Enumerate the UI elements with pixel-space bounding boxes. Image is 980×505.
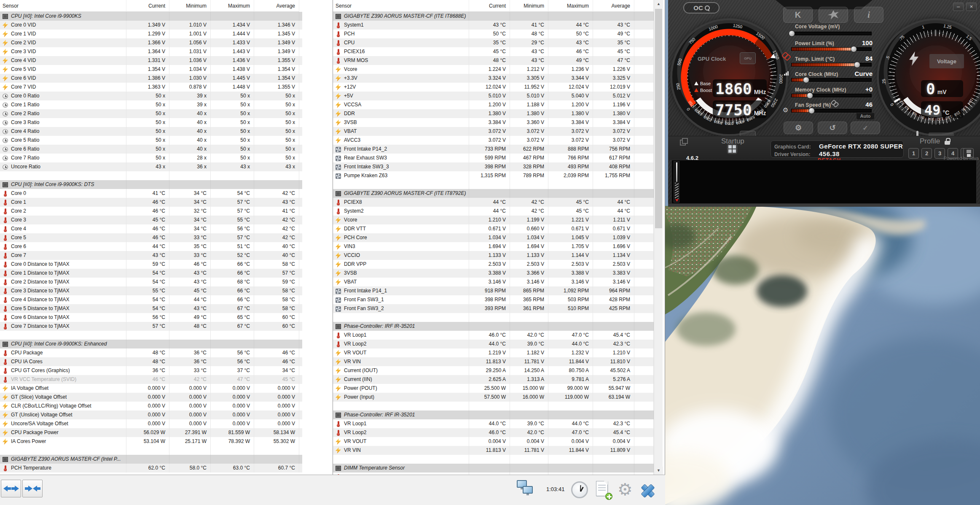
slider-knob[interactable] — [851, 46, 857, 52]
sensor-group-header[interactable]: CPU [#0]: Intel Core i9-9900KS: Enhanced — [0, 340, 302, 348]
slider-track[interactable] — [791, 109, 872, 113]
sensor-row[interactable]: GT (Unslice) Voltage Offset0.000 V0.000 … — [0, 410, 302, 419]
sensor-row[interactable]: VR Loop246.0 °C42.0 °C47.0 °C45.4 °C — [333, 428, 654, 437]
sensor-row[interactable]: +12V12.024 V11.952 V12.024 V12.019 V — [333, 83, 654, 92]
column-header[interactable]: Maximum — [548, 0, 593, 12]
expand-columns-button[interactable] — [1, 480, 21, 497]
sensor-row[interactable]: CLR (CBo/LLC/Ring) Voltage Offset0.000 V… — [0, 402, 302, 410]
sensor-group-header[interactable]: Phase-Controller: IRF IR-35201 — [333, 410, 654, 419]
sensor-row[interactable]: Core 3 VID1.364 V1.031 V1.443 V1.349 V — [0, 47, 302, 56]
sensor-row[interactable]: Core 6 Ratio50 x40 x50 x50 x — [0, 145, 302, 154]
fan-gear-icon[interactable]: ⚙ — [783, 106, 788, 114]
sensor-row[interactable]: CPU GT Cores (Graphics)36 °C33 °C37 °C34… — [0, 366, 302, 375]
sensor-row[interactable]: Core 4 Distance to TjMAX54 °C44 °C66 °C5… — [0, 295, 302, 304]
column-header[interactable]: Minimum — [510, 0, 548, 12]
sensor-group-header[interactable]: GIGABYTE Z390 AORUS MASTER-CF (ITE IT879… — [333, 189, 654, 198]
slider-track[interactable] — [791, 47, 872, 51]
sensor-row[interactable]: Core 5 Distance to TjMAX54 °C43 °C67 °C5… — [0, 304, 302, 313]
sensor-row[interactable]: 3VSB3.388 V3.366 V3.388 V3.383 V — [333, 269, 654, 278]
sensor-row[interactable]: Core 1 Distance to TjMAX54 °C43 °C66 °C5… — [0, 269, 302, 278]
sensor-row[interactable]: Current (IIN)2.625 A1.313 A9.781 A5.276 … — [333, 375, 654, 384]
sensor-row[interactable]: Core 146 °C34 °C57 °C43 °C — [0, 198, 302, 207]
fan-auto-tag[interactable]: Auto — [856, 113, 874, 119]
sensor-row[interactable]: Core 0 Distance to TjMAX59 °C46 °C66 °C5… — [0, 260, 302, 269]
apply-button[interactable]: ✓ — [851, 122, 880, 134]
sensor-row[interactable]: PCH Core1.034 V1.034 V1.045 V1.039 V — [333, 233, 654, 242]
sensor-group-header[interactable]: DIMM Temperature Sensor — [333, 464, 654, 473]
sensor-row[interactable]: Core 5 Ratio50 x40 x50 x50 x — [0, 136, 302, 145]
sensor-row[interactable]: CPU35 °C29 °C43 °C35 °C — [333, 38, 654, 47]
sensor-row[interactable]: VBAT3.146 V3.146 V3.146 V3.146 V — [333, 278, 654, 286]
sensor-row[interactable]: DDR VPP2.503 V2.503 V2.503 V2.503 V — [333, 260, 654, 269]
sensor-row[interactable]: System244 °C42 °C45 °C44 °C — [333, 207, 654, 216]
sensor-row[interactable]: Front Fan SW3_2393 RPM361 RPM510 RPM425 … — [333, 304, 654, 313]
sensor-row[interactable]: Uncore/SA Voltage Offset0.000 V0.000 V0.… — [0, 419, 302, 428]
sensor-row[interactable]: VRM MOS48 °C43 °C49 °C47 °C — [333, 56, 654, 65]
sensor-row[interactable]: Vcore1.210 V1.199 V1.221 V1.211 V — [333, 216, 654, 224]
sensor-row[interactable]: Core 1 VID1.299 V1.001 V1.444 V1.345 V — [0, 30, 302, 38]
sensor-row[interactable]: Core 246 °C32 °C57 °C41 °C — [0, 207, 302, 216]
sensor-row[interactable]: Core 0 Ratio50 x39 x50 x50 x — [0, 92, 302, 100]
sensor-row[interactable]: VR Loop144.0 °C39.0 °C44.0 °C42.3 °C — [333, 419, 654, 428]
sensor-row[interactable]: Core 743 °C33 °C52 °C40 °C — [0, 251, 302, 260]
clock-button[interactable] — [570, 480, 590, 500]
sensor-row[interactable]: 3VSB3.384 V3.360 V3.384 V3.384 V — [333, 118, 654, 127]
close-button[interactable] — [637, 480, 658, 500]
slider-temp-limit-c-[interactable]: Temp. Limit (°C)84 — [789, 55, 873, 69]
sensor-row[interactable]: CPU Package Power56.029 W27.391 W81.559 … — [0, 428, 302, 437]
sensor-row[interactable]: Vcore1.224 V1.212 V1.236 V1.226 V — [333, 65, 654, 74]
sensor-row[interactable]: Core 4 Ratio50 x40 x50 x50 x — [0, 127, 302, 136]
sensor-row[interactable]: CPU IA Cores48 °C36 °C56 °C46 °C — [0, 357, 302, 366]
scroll-down-button[interactable]: ▼ — [654, 467, 663, 475]
kombustor-button[interactable]: K — [783, 7, 813, 23]
sensor-row[interactable]: IA Voltage Offset0.000 V0.000 V0.000 V0.… — [0, 384, 302, 393]
sensor-row[interactable]: GT (Slice) Voltage Offset0.000 V0.000 V0… — [0, 393, 302, 402]
sensor-row[interactable]: Core 5 VID1.354 V1.034 V1.438 V1.354 V — [0, 65, 302, 74]
sensor-row[interactable]: +3.3V3.324 V3.305 V3.344 V3.325 V — [333, 74, 654, 83]
sensor-group-header[interactable]: GIGABYTE Z390 AORUS MASTER-CF (Intel P..… — [0, 455, 302, 464]
column-header[interactable]: Maximum — [211, 0, 254, 12]
slider-core-voltage-mv-[interactable]: Core Voltage (mV) — [789, 24, 873, 38]
sensor-row[interactable]: Core 345 °C34 °C55 °C42 °C — [0, 216, 302, 224]
sensor-row[interactable]: Rear Exhaust SW3599 RPM467 RPM766 RPM617… — [333, 154, 654, 162]
sensor-group-header[interactable]: CPU [#0]: Intel Core i9-9900KS — [0, 12, 302, 21]
minimize-button[interactable]: – — [953, 3, 964, 11]
close-button[interactable]: × — [966, 3, 977, 11]
slider-track[interactable] — [791, 94, 872, 97]
sensor-row[interactable]: Core 6 VID1.386 V1.030 V1.445 V1.354 V — [0, 74, 302, 83]
sensor-row[interactable]: Current (IOUT)29.250 A14.250 A80.750 A45… — [333, 366, 654, 375]
sensor-row[interactable]: Power (Input)57.500 W16.000 W119.000 W63… — [333, 393, 654, 402]
sensor-row[interactable]: VBAT3.072 V3.072 V3.072 V3.072 V — [333, 127, 654, 136]
sensor-row[interactable]: VR VCC Temperature (SVID)46 °C42 °C47 °C… — [0, 375, 302, 384]
collapse-columns-button[interactable] — [22, 480, 43, 497]
sensor-row[interactable]: PCIEX1645 °C43 °C46 °C45 °C — [333, 47, 654, 56]
detach-window-icon[interactable] — [680, 138, 687, 145]
profile-button-1[interactable]: 1 — [908, 148, 919, 159]
sensor-row[interactable]: VCCSA1.200 V1.188 V1.200 V1.196 V — [333, 100, 654, 109]
sensor-row[interactable]: VIN31.694 V1.694 V1.705 V1.696 V — [333, 242, 654, 251]
reset-button[interactable]: ↺ — [818, 122, 847, 134]
sensor-row[interactable]: Core 0 VID1.349 V1.010 V1.434 V1.346 V — [0, 21, 302, 30]
column-header[interactable]: Sensor — [333, 0, 469, 12]
slider-memory-clock-mhz-[interactable]: Memory Clock (MHz)+0 — [789, 86, 873, 100]
column-header[interactable]: Current — [469, 0, 510, 12]
column-header[interactable]: Current — [126, 0, 169, 12]
slider-track[interactable] — [791, 78, 872, 82]
scroll-thumb[interactable] — [655, 9, 662, 228]
sensor-row[interactable]: PCH Temperature62.0 °C58.0 °C63.0 °C60.7… — [0, 464, 302, 473]
sensor-row[interactable]: DDR VTT0.671 V0.660 V0.671 V0.671 V — [333, 224, 654, 233]
sensor-row[interactable]: Uncore Ratio43 x36 x43 x43 x — [0, 162, 302, 171]
sensor-row[interactable]: IA Cores Power53.104 W25.171 W78.392 W55… — [0, 437, 302, 446]
column-header[interactable]: Average — [593, 0, 634, 12]
sensor-row[interactable]: Core 7 Ratio50 x28 x50 x50 x — [0, 154, 302, 162]
sensor-row[interactable]: VR VOUT0.004 V0.004 V0.004 V0.004 V — [333, 437, 654, 446]
sensor-row[interactable]: Front Intake P14_1918 RPM865 RPM1,092 RP… — [333, 286, 654, 295]
slider-knob[interactable] — [789, 30, 795, 37]
dragon-button[interactable] — [819, 7, 848, 23]
sensor-row[interactable]: Core 2 VID1.366 V1.056 V1.433 V1.349 V — [0, 38, 302, 47]
slider-core-clock-mhz-[interactable]: Core Clock (MHz)Curve — [789, 70, 873, 84]
sensor-group-header[interactable]: GIGABYTE Z390 AORUS MASTER-CF (ITE IT868… — [333, 12, 654, 21]
column-header[interactable]: Average — [254, 0, 299, 12]
sensor-row[interactable]: Core 644 °C35 °C51 °C40 °C — [0, 242, 302, 251]
oc-scanner-button[interactable]: OC — [683, 2, 720, 14]
